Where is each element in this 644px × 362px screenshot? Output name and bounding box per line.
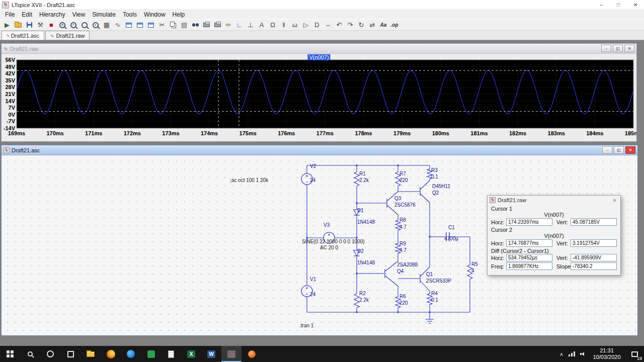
- cursor1-horz-field[interactable]: [506, 218, 552, 226]
- zoom-in-icon[interactable]: +: [57, 20, 68, 30]
- zoom-out-icon[interactable]: −: [68, 20, 79, 30]
- menu-hierarchy[interactable]: Hierarchy: [36, 10, 68, 19]
- menu-window[interactable]: Window: [140, 10, 169, 19]
- slope-field[interactable]: [571, 262, 617, 270]
- zoom-area-icon[interactable]: [79, 20, 90, 30]
- taskbar-task-view-button[interactable]: [60, 346, 80, 362]
- cursor2-vert-field[interactable]: [571, 239, 617, 247]
- diff-vert-field[interactable]: [571, 254, 617, 261]
- schematic-text[interactable]: 220: [399, 177, 408, 183]
- waveform-plot-area[interactable]: 169ms170ms171ms172ms173ms174ms175ms176ms…: [2, 54, 636, 141]
- menu-simulate[interactable]: Simulate: [89, 10, 119, 19]
- schematic-text[interactable]: 4.7: [399, 247, 407, 253]
- schematic-text[interactable]: 24: [310, 177, 315, 183]
- zoom-full-extents-icon[interactable]: ▪: [90, 20, 101, 30]
- capacitor-icon[interactable]: ‖: [278, 20, 289, 30]
- trace-label[interactable]: V(n007): [307, 54, 330, 60]
- taskbar-word-button[interactable]: W: [201, 346, 221, 362]
- wave-close-button[interactable]: ✕: [624, 45, 634, 52]
- schematic-text[interactable]: R6: [399, 294, 406, 299]
- wave-restore-button[interactable]: ◱: [613, 45, 623, 52]
- menu-edit[interactable]: Edit: [18, 10, 36, 19]
- mark-data-points-icon[interactable]: ∿: [112, 20, 123, 30]
- schematic-window-titlebar[interactable]: ϟ Draft21.asc – ◱ ✕: [2, 145, 637, 155]
- waveform-window-titlebar[interactable]: ∿ Draft21.raw – ◱ ✕: [2, 44, 636, 54]
- wave-minimize-button[interactable]: –: [601, 45, 611, 52]
- copy-icon[interactable]: [168, 20, 179, 30]
- menu-help[interactable]: Help: [169, 10, 189, 19]
- taskbar-green-app-button[interactable]: [141, 346, 161, 362]
- wire-icon[interactable]: ∟: [234, 20, 245, 30]
- cursor-dialog-close-button[interactable]: ✕: [611, 198, 618, 203]
- schematic-text[interactable]: 2.2k: [359, 297, 369, 303]
- schematic-text[interactable]: V2: [310, 163, 316, 169]
- schematic-text[interactable]: Q4: [397, 268, 404, 274]
- cut-icon[interactable]: ✂: [156, 20, 168, 30]
- find-icon[interactable]: [190, 20, 201, 30]
- undo-icon[interactable]: ↶: [334, 20, 345, 30]
- schematic-text[interactable]: 220: [399, 300, 408, 306]
- freq-field[interactable]: [506, 262, 552, 270]
- menu-file[interactable]: File: [2, 10, 18, 19]
- schematic-text[interactable]: 4700µ: [444, 236, 458, 241]
- schematic-text[interactable]: ;ac oct 100 1 20k: [230, 177, 268, 183]
- schematic-text[interactable]: 2SA2088: [397, 262, 418, 267]
- pencil-icon[interactable]: ✏: [223, 20, 234, 30]
- schematic-text[interactable]: 0.1: [431, 174, 438, 179]
- component-icon[interactable]: D: [311, 20, 323, 30]
- print-icon[interactable]: [201, 20, 212, 30]
- grid-icon[interactable]: ▦: [101, 20, 112, 30]
- schematic-text[interactable]: 2SC5876: [394, 202, 416, 208]
- schematic-text[interactable]: Q1: [426, 272, 433, 277]
- schematic-text[interactable]: 2SCR533P: [426, 278, 451, 284]
- tile-horizontal-icon[interactable]: [134, 20, 145, 30]
- taskbar-orange-app-button[interactable]: [242, 346, 262, 362]
- cascade-windows-icon[interactable]: [145, 20, 156, 30]
- schematic-text[interactable]: D2: [357, 248, 364, 254]
- taskbar-excel-button[interactable]: X: [181, 346, 201, 362]
- schematic-text[interactable]: .tran 1: [299, 323, 313, 328]
- network-icon[interactable]: [569, 351, 575, 356]
- schematic-text[interactable]: D1: [357, 208, 364, 213]
- schematic-text[interactable]: 0.1: [431, 297, 438, 303]
- schematic-text[interactable]: R2: [359, 291, 366, 296]
- open-icon[interactable]: [13, 20, 24, 30]
- schematic-text[interactable]: V3: [324, 222, 330, 228]
- schematic-text[interactable]: V1: [310, 277, 316, 282]
- schematic-text[interactable]: AC 20 0: [320, 245, 338, 250]
- close-button[interactable]: ✕: [627, 0, 644, 10]
- cursor2-horz-field[interactable]: [506, 239, 552, 247]
- diode-icon[interactable]: ▷: [300, 20, 311, 30]
- halt-icon[interactable]: ■: [46, 20, 57, 30]
- taskbar-ltspice-button[interactable]: ϟ: [221, 346, 242, 362]
- schematic-text[interactable]: Q2: [432, 190, 439, 196]
- schematic-text[interactable]: R7: [399, 171, 406, 176]
- title-bar[interactable]: ϟ LTspice XVII - Draft21.asc – □ ✕: [0, 0, 644, 10]
- schematic-text[interactable]: SINE(0 22 1000 0 0 0 1000): [302, 239, 365, 244]
- taskbar-cortana-button[interactable]: [40, 346, 60, 362]
- taskbar-notepad-button[interactable]: [161, 346, 181, 362]
- taskbar-firefox-button[interactable]: [101, 346, 121, 362]
- minimize-button[interactable]: –: [593, 0, 610, 10]
- schematic-text[interactable]: R4: [431, 291, 438, 296]
- label-net-icon[interactable]: A: [256, 20, 267, 30]
- schematic-text[interactable]: D45H11: [432, 184, 450, 189]
- schematic-text[interactable]: 24: [310, 292, 315, 297]
- schematic-text[interactable]: R3: [431, 167, 438, 173]
- schematic-text[interactable]: 2.2k: [359, 177, 369, 183]
- cursor1-vert-field[interactable]: [571, 218, 617, 226]
- spice-directive-icon[interactable]: .op: [389, 20, 400, 30]
- taskbar-clock[interactable]: 21:31 10/03/2020: [589, 347, 625, 360]
- schematic-text[interactable]: 1N4148: [357, 260, 375, 265]
- inductor-icon[interactable]: ω: [289, 20, 300, 30]
- move-icon[interactable]: ⇔: [323, 20, 334, 30]
- schematic-text[interactable]: R8: [399, 217, 406, 223]
- taskbar-edge-button[interactable]: [121, 346, 141, 362]
- tab-draft21.raw[interactable]: ∿Draft21.raw: [45, 31, 90, 40]
- tab-draft21.asc[interactable]: ϟDraft21.asc: [2, 31, 44, 40]
- rotate-icon[interactable]: ↻: [356, 20, 367, 30]
- taskbar-file-explorer-button[interactable]: [80, 346, 101, 362]
- schematic-text[interactable]: R9: [399, 241, 406, 246]
- schematic-text[interactable]: 4: [471, 268, 474, 274]
- tile-vertical-icon[interactable]: [123, 20, 134, 30]
